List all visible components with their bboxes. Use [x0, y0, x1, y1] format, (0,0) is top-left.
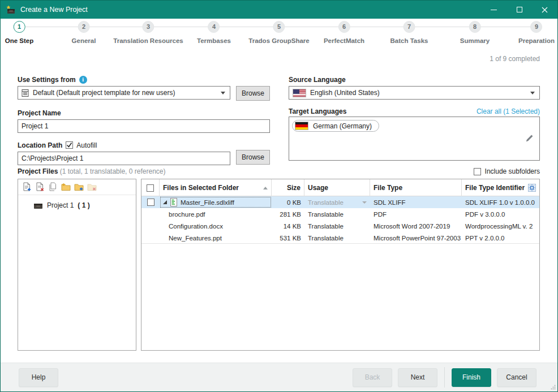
- gear-icon[interactable]: [528, 184, 536, 192]
- back-button[interactable]: Back: [353, 368, 392, 387]
- dialog-footer: Help Back Next Finish Cancel: [1, 363, 557, 391]
- close-icon[interactable]: [532, 1, 557, 19]
- button-divider: [444, 367, 445, 387]
- browse-location-button[interactable]: Browse: [236, 150, 270, 165]
- new-folder-icon[interactable]: [61, 182, 71, 192]
- location-path-input[interactable]: [18, 152, 230, 165]
- usage-dropdown[interactable]: Translatable: [304, 196, 370, 208]
- step-termbases[interactable]: 4 Termbases: [197, 21, 231, 44]
- source-language-value: English (United States): [310, 89, 380, 97]
- table-row[interactable]: New_Features.ppt 531 KB Translatable Mic…: [141, 232, 539, 244]
- maximize-icon[interactable]: [507, 1, 532, 19]
- browse-template-button[interactable]: Browse: [236, 86, 270, 101]
- check-icon: [66, 142, 72, 148]
- include-subfolders-label: Include subfolders: [485, 167, 540, 175]
- target-languages-box[interactable]: German (Germany): [289, 117, 540, 161]
- col-header-files[interactable]: Files in Selected Folder: [160, 179, 272, 196]
- chevron-down-icon: [362, 201, 367, 204]
- titlebar: Create a New Project: [1, 1, 557, 19]
- source-language-dropdown[interactable]: English (United States): [289, 86, 540, 100]
- main-content: Use Settings from i Default (Default pro…: [1, 68, 557, 363]
- expand-collapse-icon[interactable]: [163, 200, 167, 204]
- table-row[interactable]: brochure.pdf 281 KB Translatable PDF PDF…: [141, 208, 539, 220]
- copy-files-icon[interactable]: [48, 182, 58, 192]
- col-header-usage[interactable]: Usage: [304, 179, 370, 196]
- project-icon: [33, 201, 43, 209]
- step-summary[interactable]: 8 Summary: [460, 21, 490, 44]
- project-files-summary: (1 total, 1 translatable, 0 reference): [60, 167, 166, 175]
- sort-ascending-icon: [263, 187, 268, 189]
- row-checkbox[interactable]: [147, 199, 154, 206]
- add-file-icon[interactable]: [22, 182, 32, 192]
- step-preparation[interactable]: 9 Preparation: [518, 21, 555, 44]
- target-languages-label: Target Languages: [289, 107, 346, 115]
- edit-pencil-icon[interactable]: [525, 134, 534, 143]
- include-subfolders-checkbox[interactable]: [474, 168, 481, 175]
- clear-all-link[interactable]: Clear all (1 Selected): [477, 107, 540, 115]
- step-batch-tasks[interactable]: 7 Batch Tasks: [390, 21, 428, 44]
- project-files-label: Project Files: [18, 167, 58, 175]
- remove-file-icon[interactable]: [35, 182, 45, 192]
- files-table-header: Files in Selected Folder Size Usage File…: [141, 179, 539, 196]
- col-header-filetype[interactable]: File Type: [370, 179, 462, 196]
- project-name-input[interactable]: [18, 119, 270, 133]
- chevron-down-icon: [221, 92, 225, 94]
- step-one-step[interactable]: 1 One Step: [5, 21, 33, 44]
- template-icon: [22, 89, 29, 97]
- app-project-icon: [6, 5, 16, 14]
- step-trados-groupshare[interactable]: 5 Trados GroupShare: [248, 21, 309, 44]
- use-settings-label: Use Settings from: [18, 76, 76, 84]
- remove-folder-icon[interactable]: [87, 182, 97, 192]
- sdlxliff-file-icon: [170, 198, 177, 206]
- autofill-label: Autofill: [76, 141, 97, 149]
- col-header-size[interactable]: Size: [272, 179, 304, 196]
- target-language-chip[interactable]: German (Germany): [292, 120, 379, 132]
- step-perfectmatch[interactable]: 6 PerfectMatch: [324, 21, 364, 44]
- wizard-steps: 1 One Step 2 General 3 Translation Resou…: [1, 19, 557, 68]
- create-project-dialog: Create a New Project 1 One Step 2 Genera…: [0, 0, 558, 392]
- step-general[interactable]: 2 General: [72, 21, 96, 44]
- finish-button[interactable]: Finish: [452, 368, 491, 387]
- location-path-label: Location Path: [18, 141, 62, 149]
- table-row[interactable]: Master_File.sdlxliff 0 KB Translatable S…: [141, 196, 539, 208]
- help-button[interactable]: Help: [19, 368, 58, 387]
- project-tree-panel: Project 1 ( 1 ): [18, 179, 136, 351]
- cancel-button[interactable]: Cancel: [497, 368, 536, 387]
- project-name-label: Project Name: [18, 109, 61, 117]
- settings-template-dropdown[interactable]: Default (Default project template for ne…: [18, 86, 230, 100]
- settings-template-value: Default (Default project template for ne…: [33, 89, 175, 97]
- german-flag-icon: [295, 122, 308, 130]
- chevron-down-icon: [530, 92, 535, 94]
- add-folder-icon[interactable]: [74, 182, 84, 192]
- source-language-label: Source Language: [289, 76, 346, 84]
- window-title: Create a New Project: [20, 6, 88, 14]
- tree-item-project[interactable]: Project 1 ( 1 ): [33, 201, 136, 209]
- minimize-icon[interactable]: [481, 1, 507, 19]
- files-toolbar: [18, 179, 136, 195]
- autofill-checkbox[interactable]: [66, 141, 73, 149]
- table-row[interactable]: Configuration.docx 14 KB Translatable Mi…: [141, 220, 539, 232]
- steps-progress: 1 of 9 completed: [490, 55, 540, 63]
- info-icon[interactable]: i: [79, 76, 87, 84]
- us-flag-icon: [293, 89, 306, 97]
- select-all-checkbox[interactable]: [147, 184, 154, 192]
- step-translation-resources[interactable]: 3 Translation Resources: [113, 21, 183, 44]
- files-table: Files in Selected Folder Size Usage File…: [141, 179, 540, 351]
- resize-grip[interactable]: [551, 385, 556, 390]
- next-button[interactable]: Next: [398, 368, 437, 387]
- col-header-identifier[interactable]: File Type Identifier: [462, 179, 539, 196]
